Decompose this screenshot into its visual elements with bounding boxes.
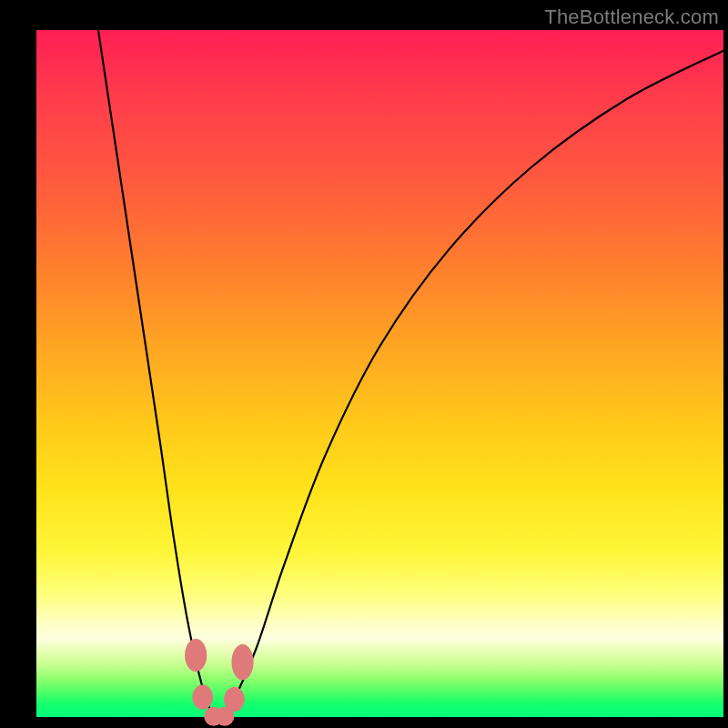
- curve-marker: [224, 687, 245, 712]
- curve-marker: [231, 644, 253, 680]
- curve-marker: [192, 685, 213, 710]
- chart-container: TheBottleneck.com: [0, 0, 728, 728]
- curve-marker: [185, 639, 207, 672]
- watermark-label: TheBottleneck.com: [544, 5, 719, 29]
- plot-area: [36, 30, 723, 717]
- bottleneck-curve: [98, 30, 723, 720]
- curve-layer: [36, 30, 723, 717]
